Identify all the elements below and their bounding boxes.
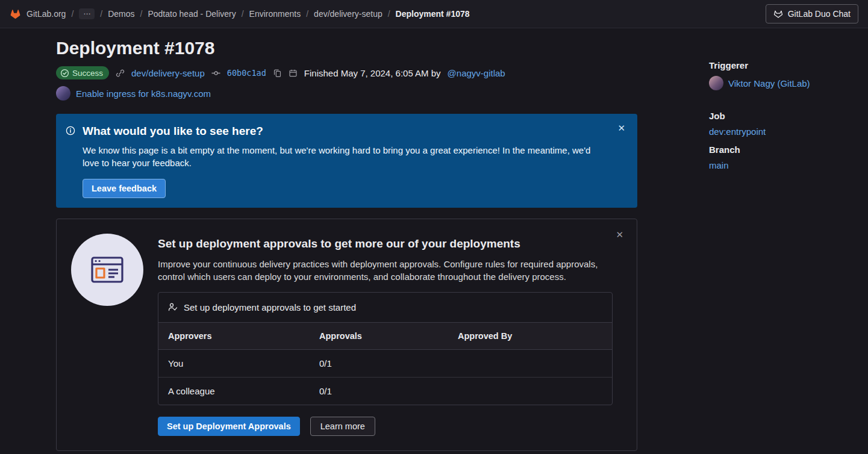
table-header-approved-by: Approved By [458, 331, 602, 341]
breadcrumb-separator: / [388, 9, 390, 19]
table-cell-approved-by [458, 386, 602, 396]
breadcrumb-item-project[interactable]: Podtato head - Delivery [148, 9, 236, 19]
commit-message-row: Enable ingress for k8s.nagyv.com [56, 86, 637, 101]
setup-deployment-approvals-button[interactable]: Set up Deployment Approvals [158, 417, 300, 436]
breadcrumb-separator: / [242, 9, 244, 19]
breadcrumb: GitLab.org / ⋯ / Demos / Podtato head - … [10, 8, 470, 19]
gitlab-logo-icon[interactable] [10, 8, 21, 19]
info-icon [66, 126, 75, 198]
job-link[interactable]: dev:entrypoint [709, 126, 823, 137]
page-title: Deployment #1078 [56, 38, 637, 58]
commit-sha-link[interactable]: 60b0c1ad [227, 68, 266, 78]
finished-text: Finished May 7, 2024, 6:05 AM by [304, 68, 441, 78]
status-badge-label: Success [72, 69, 103, 78]
feedback-banner-content: What would you like to see here? We know… [83, 123, 602, 198]
approvals-setup-header: Set up deployment approvals to get start… [158, 293, 612, 323]
breadcrumb-separator: / [100, 9, 102, 19]
table-cell-approvals: 0/1 [319, 386, 458, 396]
duo-chat-button[interactable]: GitLab Duo Chat [766, 4, 858, 23]
table-row: You 0/1 [158, 350, 612, 378]
commit-message-link[interactable]: Enable ingress for k8s.nagyv.com [76, 89, 211, 99]
environment-link[interactable]: dev/delivery-setup [131, 68, 205, 78]
approvals-card-close-button[interactable]: ✕ [613, 228, 626, 241]
copy-icon [273, 69, 282, 78]
breadcrumb-item-environment[interactable]: dev/delivery-setup [314, 9, 382, 19]
success-check-icon [60, 69, 69, 78]
table-cell-approver: A colleague [168, 386, 319, 396]
breadcrumb-separator: / [306, 9, 308, 19]
duo-chat-icon [773, 9, 783, 19]
triggerer-row: Viktor Nagy (GitLab) [709, 76, 823, 90]
breadcrumb-item-environments[interactable]: Environments [249, 9, 301, 19]
triggerer-label: Triggerer [709, 60, 823, 70]
breadcrumb-separator: / [71, 9, 73, 19]
approvals-card-actions: Set up Deployment Approvals Learn more [158, 417, 622, 436]
table-header-approvers: Approvers [168, 331, 319, 341]
leave-feedback-button[interactable]: Leave feedback [83, 179, 166, 198]
branch-link[interactable]: main [709, 160, 823, 170]
approvals-card-title: Set up deployment approvals to get more … [158, 237, 622, 250]
approvals-setup-header-label: Set up deployment approvals to get start… [184, 302, 356, 313]
table-row: A colleague 0/1 [158, 378, 612, 405]
approvals-table-header-row: Approvers Approvals Approved By [158, 323, 612, 350]
environment-link-icon [116, 69, 125, 78]
triggerer-avatar[interactable] [709, 76, 723, 90]
finished-by-user-link[interactable]: @nagyv-gitlab [448, 68, 505, 78]
deployment-approvals-card: ✕ Set up deployment approvals to get mor… [56, 219, 637, 451]
deployment-sidebar: Triggerer Viktor Nagy (GitLab) Job dev:e… [709, 60, 823, 178]
main-content: Deployment #1078 Success dev/delivery-se… [56, 38, 637, 451]
copy-commit-sha-button[interactable] [273, 69, 282, 78]
table-cell-approved-by [458, 358, 602, 368]
approvals-card-body: Set up deployment approvals to get more … [158, 234, 622, 436]
feedback-banner-close-button[interactable]: ✕ [615, 121, 628, 135]
status-badge: Success [56, 66, 109, 79]
breadcrumb-item-demos[interactable]: Demos [108, 9, 134, 19]
browser-window-illustration [71, 234, 143, 306]
breadcrumb-item-gitlab-org[interactable]: GitLab.org [27, 9, 66, 19]
approvals-card-description: Improve your continuous delivery practic… [158, 258, 608, 284]
commit-author-avatar[interactable] [56, 86, 70, 101]
feedback-banner: What would you like to see here? We know… [56, 114, 637, 208]
commit-icon [211, 69, 220, 78]
feedback-banner-body: We know this page is a bit empty at the … [83, 144, 602, 169]
user-check-icon [168, 302, 178, 312]
breadcrumb-separator: / [140, 9, 143, 19]
feedback-banner-title: What would you like to see here? [83, 125, 602, 138]
table-cell-approvals: 0/1 [319, 358, 458, 368]
triggerer-user-link[interactable]: Viktor Nagy (GitLab) [728, 78, 810, 89]
breadcrumb-ellipsis-button[interactable]: ⋯ [79, 8, 95, 19]
approvals-table: Set up deployment approvals to get start… [158, 292, 613, 405]
top-navigation-bar: GitLab.org / ⋯ / Demos / Podtato head - … [0, 0, 868, 28]
table-header-approvals: Approvals [319, 331, 458, 341]
branch-label: Branch [709, 145, 823, 155]
deployment-meta-row: Success dev/delivery-setup 60b0c1ad Fini… [56, 66, 637, 80]
table-cell-approver: You [168, 358, 319, 368]
learn-more-button[interactable]: Learn more [310, 417, 375, 436]
job-label: Job [709, 111, 823, 121]
breadcrumb-item-current: Deployment #1078 [396, 9, 470, 19]
calendar-icon [289, 69, 298, 78]
duo-chat-label: GitLab Duo Chat [788, 9, 851, 19]
